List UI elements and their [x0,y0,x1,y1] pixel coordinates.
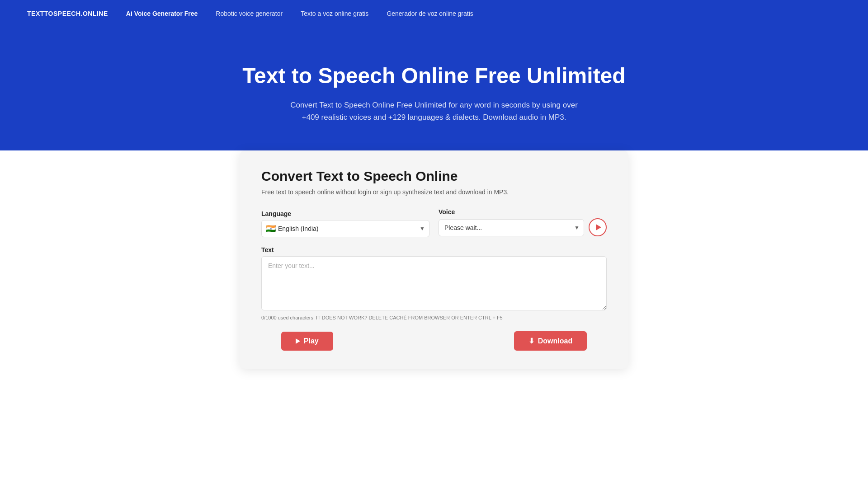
header: TEXTTOSPEECH.ONLINE Ai Voice Generator F… [0,0,868,27]
card-wrapper: Convert Text to Speech Online Free text … [0,150,868,396]
below-fold [0,396,868,486]
nav-link-robotic[interactable]: Robotic voice generator [216,10,283,17]
language-label: Language [261,210,429,217]
voice-group: Voice Please wait... ▼ [439,208,607,237]
form-row: Language 🇮🇳 English (India) ▼ Voice Plea… [261,208,607,237]
navigation: TEXTTOSPEECH.ONLINE Ai Voice Generator F… [27,10,473,17]
nav-link-generador[interactable]: Generador de voz online gratis [387,10,473,17]
voice-label: Voice [439,208,607,216]
voice-select-wrapper: Please wait... ▼ [439,219,584,236]
play-triangle-icon [596,224,601,230]
language-select-wrapper: 🇮🇳 English (India) ▼ [261,220,429,237]
buttons-row: Play ⬇ Download [261,331,607,351]
play-button-label: Play [304,337,319,345]
converter-card: Convert Text to Speech Online Free text … [240,150,628,369]
play-button[interactable]: Play [281,332,333,351]
nav-link-ai-voice[interactable]: Ai Voice Generator Free [126,10,198,17]
download-button-icon: ⬇ [528,337,534,345]
language-select[interactable]: English (India) [261,220,429,237]
hero-title: Text to Speech Online Free Unlimited [18,63,850,88]
text-label: Text [261,246,607,253]
voice-preview-button[interactable] [589,218,607,236]
card-description: Free text to speech online without login… [261,188,607,196]
nav-link-texto[interactable]: Texto a voz online gratis [301,10,368,17]
download-button[interactable]: ⬇ Download [514,331,587,351]
nav-logo[interactable]: TEXTTOSPEECH.ONLINE [27,10,108,17]
download-button-label: Download [538,337,572,345]
voice-select[interactable]: Please wait... [439,219,584,236]
hero-subtitle: Convert Text to Speech Online Free Unlim… [289,99,579,123]
text-input[interactable] [261,256,607,310]
language-group: Language 🇮🇳 English (India) ▼ [261,210,429,237]
card-title: Convert Text to Speech Online [261,169,607,184]
play-button-icon [296,338,300,344]
char-count: 0/1000 used characters. IT DOES NOT WORK… [261,315,607,320]
